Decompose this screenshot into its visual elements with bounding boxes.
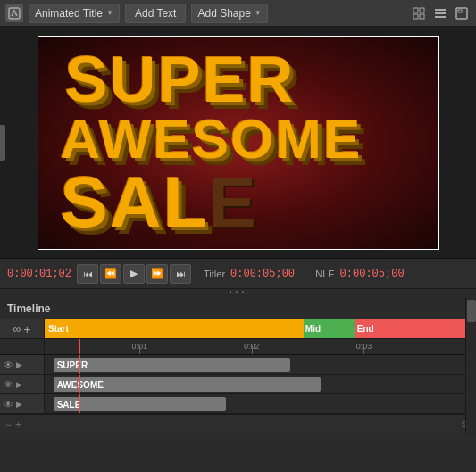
- app-logo[interactable]: [5, 4, 23, 22]
- svg-rect-6: [435, 12, 446, 14]
- bottom-left-icons: − +: [5, 418, 21, 431]
- step-forward-button[interactable]: ⏩: [146, 264, 168, 284]
- timeline-title: Timeline: [7, 302, 50, 315]
- track-content-super: SUPER: [45, 355, 476, 374]
- playhead[interactable]: [79, 339, 80, 354]
- super-line: SUPER: [65, 47, 296, 112]
- timeline-loop-controls: ∞ +: [0, 319, 45, 338]
- play-button[interactable]: ▶: [123, 264, 145, 284]
- fullscreen-icon[interactable]: [453, 4, 471, 22]
- tick-label-3: 0:03: [356, 342, 372, 351]
- track-row-super: 👁 ▶ SUPER: [0, 355, 476, 375]
- ruler-start-label: Start: [48, 324, 69, 334]
- loop-icon[interactable]: ∞: [13, 323, 21, 335]
- project-dropdown[interactable]: Animated Title ▼: [29, 4, 120, 23]
- svg-rect-7: [435, 16, 446, 18]
- layout-icon[interactable]: [431, 4, 449, 22]
- titler-label: Titler: [204, 269, 225, 279]
- timeline-ruler-row: ∞ + Start Mid End: [0, 319, 476, 339]
- svg-rect-2: [420, 8, 424, 12]
- toolbar-icons: [410, 4, 471, 22]
- track-content-awesome: AWESOME: [45, 375, 476, 393]
- track-eye-sale[interactable]: 👁: [4, 399, 13, 410]
- tick-label-1: 0:01: [131, 342, 147, 351]
- track-content-sale: SALE: [45, 394, 476, 413]
- ruler-mid-label: Mid: [304, 324, 322, 334]
- tick-spacer: [0, 339, 45, 354]
- current-timecode: 0:00:01;02: [7, 268, 71, 280]
- left-handle[interactable]: [0, 125, 5, 161]
- track-eye-awesome[interactable]: 👁: [4, 379, 13, 390]
- ruler-bar: Start Mid End: [45, 319, 476, 338]
- nle-label: NLE: [315, 269, 334, 279]
- preview-canvas: SUPER AWESOME SALE: [38, 36, 439, 250]
- ticks-area: 0:01 0:02 0:03: [45, 339, 476, 354]
- track-expand-super[interactable]: ▶: [16, 360, 22, 369]
- preview-area: SUPER AWESOME SALE: [0, 27, 476, 259]
- timeline-ruler: Start Mid End: [45, 319, 476, 338]
- track-row-awesome: 👁 ▶ AWESOME: [0, 375, 476, 394]
- step-back-button[interactable]: ⏪: [100, 264, 121, 284]
- svg-rect-9: [458, 10, 462, 12]
- svg-rect-5: [435, 9, 446, 11]
- go-to-start-button[interactable]: ⏮: [77, 264, 98, 284]
- track-row-sale: 👁 ▶ SALE: [0, 394, 476, 414]
- svg-rect-1: [413, 8, 418, 12]
- add-track-icon[interactable]: +: [23, 322, 30, 336]
- track-eye-super[interactable]: 👁: [4, 360, 13, 370]
- scroll-thumb[interactable]: [467, 300, 476, 322]
- zoom-out-icon[interactable]: −: [5, 418, 12, 431]
- svg-rect-4: [420, 14, 424, 19]
- track-controls-awesome: 👁 ▶: [0, 375, 45, 393]
- e-letter: E: [209, 162, 258, 242]
- add-shape-dropdown[interactable]: Add Shape ▼: [191, 4, 267, 23]
- add-text-button[interactable]: Add Text: [125, 4, 186, 23]
- timeline-scrollbar[interactable]: [465, 298, 476, 434]
- timeline-section: Timeline ∞ + Start Mid End 0:01 0:02 0:0…: [0, 298, 476, 434]
- track-block-sale[interactable]: SALE: [54, 397, 226, 411]
- tick-ruler-row: 0:01 0:02 0:03: [0, 339, 476, 355]
- track-expand-sale[interactable]: ▶: [16, 400, 22, 409]
- more-options-dots[interactable]: ···: [229, 284, 247, 298]
- track-controls-sale: 👁 ▶: [0, 394, 45, 413]
- track-block-awesome[interactable]: AWESOME: [54, 377, 321, 392]
- grid-icon[interactable]: [410, 4, 428, 22]
- track-block-super[interactable]: SUPER: [54, 358, 291, 372]
- shape-dropdown-arrow: ▼: [255, 9, 262, 17]
- go-to-end-button[interactable]: ⏭: [170, 264, 191, 284]
- sale-line: SALE: [61, 167, 258, 238]
- track-controls-super: 👁 ▶: [0, 355, 45, 374]
- dropdown-arrow: ▼: [106, 9, 113, 17]
- track-expand-awesome[interactable]: ▶: [16, 380, 22, 389]
- zoom-in-icon[interactable]: +: [15, 418, 21, 431]
- timeline-bottom-bar: − + ⚙: [0, 414, 476, 434]
- nle-time: 0:00:05;00: [340, 268, 405, 280]
- divider: |: [304, 268, 306, 280]
- svg-rect-3: [413, 14, 418, 19]
- tick-label-2: 0:02: [244, 342, 260, 351]
- awesome-line: AWESOME: [61, 112, 363, 167]
- ruler-end-label: End: [355, 324, 376, 334]
- transport-buttons: ⏮ ⏪ ▶ ⏩ ⏭: [77, 264, 191, 284]
- titler-time: 0:00:05;00: [230, 268, 295, 280]
- top-toolbar: Animated Title ▼ Add Text Add Shape ▼: [0, 0, 476, 27]
- timeline-header: Timeline: [0, 298, 476, 319]
- sale-text: SUPER AWESOME SALE: [38, 37, 438, 249]
